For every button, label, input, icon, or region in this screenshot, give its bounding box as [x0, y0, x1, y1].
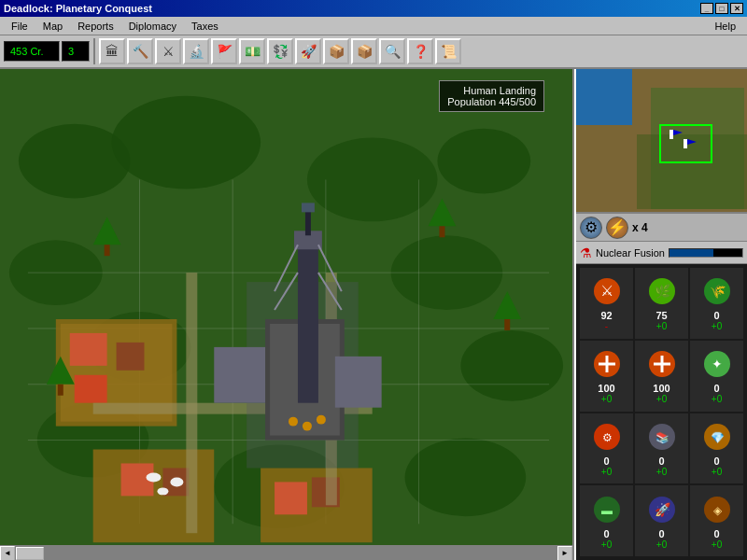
toolbar-btn-scroll[interactable]: 📜 [435, 38, 461, 64]
scroll-right-button[interactable]: ► [557, 546, 572, 561]
resource-change-10: +0 [656, 539, 667, 550]
svg-rect-46 [335, 357, 382, 408]
menu-file[interactable]: File [4, 19, 35, 34]
resource-cell-9: ▬ 0 +0 [580, 485, 633, 556]
svg-rect-22 [70, 333, 107, 366]
toolbar-btn-help[interactable]: ❓ [407, 38, 433, 64]
scroll-track[interactable] [15, 546, 557, 561]
main-content: Human Landing Population 445/500 ◄ ► [0, 69, 747, 560]
resource-value-1: 75 [655, 310, 667, 321]
resource-icon-8: 💎 [700, 420, 734, 454]
location-info: Human Landing Population 445/500 [439, 80, 544, 112]
map-svg [0, 69, 572, 560]
svg-rect-23 [117, 343, 145, 371]
resource-cell-0: ⚔ 92 - [580, 268, 633, 339]
resource-change-3: +0 [601, 394, 612, 404]
resource-icon-4 [645, 347, 679, 381]
svg-rect-53 [439, 226, 444, 237]
svg-point-9 [405, 439, 527, 517]
svg-rect-68 [637, 134, 747, 209]
unit-count: x 4 [632, 221, 648, 234]
toolbar-btn-box2[interactable]: 📦 [351, 38, 377, 64]
resource-value-8: 0 [713, 455, 719, 467]
resource-change-7: +0 [656, 467, 667, 477]
scroll-thumb[interactable] [16, 547, 44, 560]
credits-display: 453 Cr. [4, 41, 60, 62]
svg-text:▬: ▬ [601, 504, 613, 517]
location-name: Human Landing [447, 85, 536, 96]
resource-cell-7: 📚 0 +0 [635, 413, 688, 484]
research-progress [669, 248, 743, 258]
svg-rect-57 [504, 319, 510, 330]
svg-text:◈: ◈ [712, 504, 722, 517]
research-bar: ⚗ Nuclear Fusion [576, 242, 747, 264]
svg-rect-51 [105, 245, 110, 256]
menu-map[interactable]: Map [35, 19, 70, 34]
svg-point-60 [157, 487, 168, 495]
menu-help[interactable]: Help [707, 19, 743, 34]
svg-point-7 [460, 330, 563, 401]
resource-icon-7: 📚 [645, 420, 679, 454]
svg-text:✦: ✦ [712, 357, 723, 371]
mini-map[interactable] [576, 69, 747, 214]
resource-cell-2: 🌾 0 +0 [690, 268, 743, 339]
game-canvas: Human Landing Population 445/500 [0, 69, 572, 560]
resource-icon-2: 🌾 [700, 274, 734, 308]
horizontal-scrollbar[interactable]: ◄ ► [0, 545, 572, 560]
resource-cell-4: 100 +0 [635, 341, 688, 412]
toolbar: 453 Cr. 3 🏛 🔨 ⚔ 🔬 🚩 💵 💱 🚀 📦 📦 🔍 ❓ 📜 [0, 35, 747, 69]
resource-change-6: +0 [601, 467, 612, 477]
right-panel: ⚙ ⚡ x 4 ⚗ Nuclear Fusion ⚔ 92 - [574, 69, 747, 560]
toolbar-btn-dollar[interactable]: 💵 [239, 38, 265, 64]
toolbar-btn-trade[interactable]: 💱 [267, 38, 293, 64]
resource-icon-6: ⚙ [590, 420, 624, 454]
resource-change-2: +0 [712, 321, 722, 331]
game-viewport[interactable]: Human Landing Population 445/500 ◄ ► [0, 69, 574, 560]
svg-text:⚙: ⚙ [601, 431, 612, 444]
title-bar: Deadlock: Planetary Conquest _ □ ✕ [0, 0, 747, 17]
resource-value-10: 0 [658, 528, 664, 539]
minimize-button[interactable]: _ [700, 3, 713, 14]
resource-cell-6: ⚙ 0 +0 [580, 413, 633, 484]
menu-reports[interactable]: Reports [70, 19, 121, 34]
resource-value-0: 92 [600, 310, 612, 321]
resource-cell-3: 100 +0 [580, 341, 633, 412]
resource-icon-5: ✦ [700, 347, 734, 381]
mini-map-svg [576, 69, 747, 214]
svg-text:⚔: ⚔ [600, 283, 613, 299]
resource-icon-11: ◈ [700, 493, 734, 526]
menu-diplomacy[interactable]: Diplomacy [121, 19, 184, 34]
toolbar-btn-zoom[interactable]: 🔍 [379, 38, 405, 64]
resource-cell-10: 🚀 0 +0 [635, 485, 688, 556]
svg-point-48 [303, 422, 312, 431]
resource-change-0: - [605, 321, 608, 331]
value-display: 3 [62, 41, 90, 62]
unit-info: ⚙ ⚡ x 4 [576, 214, 747, 242]
toolbar-btn-city[interactable]: 🏛 [99, 38, 125, 64]
menu-taxes[interactable]: Taxes [184, 19, 226, 34]
toolbar-btn-research[interactable]: 🔬 [183, 38, 209, 64]
resource-grid: ⚔ 92 - 🌿 75 +0 🌾 0 +0 [576, 264, 747, 560]
resource-value-9: 0 [603, 528, 609, 539]
toolbar-btn-unit[interactable]: ⚔ [155, 38, 181, 64]
resource-cell-1: 🌿 75 +0 [635, 268, 688, 339]
close-button[interactable]: ✕ [730, 3, 743, 14]
resource-value-11: 0 [713, 528, 719, 539]
svg-rect-24 [75, 375, 107, 403]
toolbar-btn-resource[interactable]: 📦 [323, 38, 349, 64]
toolbar-btn-ship[interactable]: 🚀 [295, 38, 321, 64]
toolbar-btn-build[interactable]: 🔨 [127, 38, 153, 64]
maximize-button[interactable]: □ [715, 3, 728, 14]
svg-rect-70 [669, 130, 673, 139]
flask-icon: ⚗ [580, 245, 592, 260]
resource-cell-11: ◈ 0 +0 [690, 485, 743, 556]
svg-text:🚀: 🚀 [654, 502, 670, 518]
resource-value-5: 0 [713, 383, 719, 394]
research-fill [669, 249, 713, 257]
scroll-left-button[interactable]: ◄ [0, 546, 15, 561]
unit-icon-2: ⚡ [606, 217, 628, 239]
toolbar-btn-flag[interactable]: 🚩 [211, 38, 237, 64]
svg-point-58 [146, 472, 161, 482]
svg-text:🌾: 🌾 [709, 284, 726, 300]
svg-point-4 [437, 129, 530, 194]
